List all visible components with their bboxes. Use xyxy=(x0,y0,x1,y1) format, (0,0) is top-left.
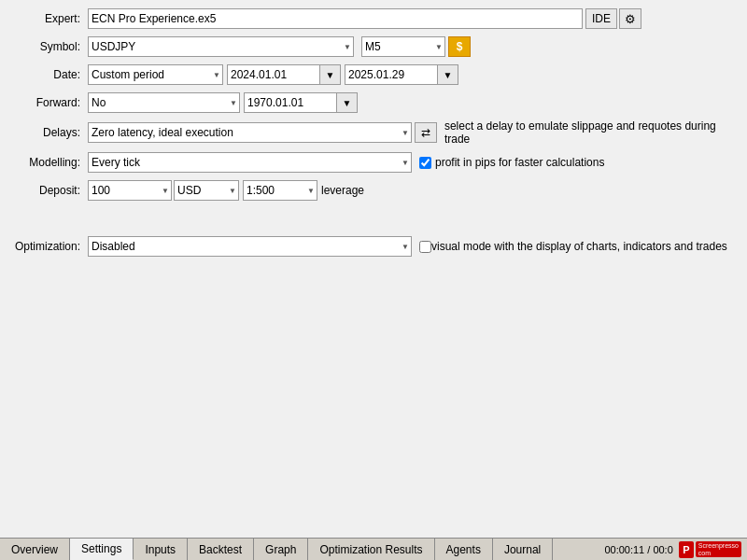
symbol-row: Symbol: USDJPY M5 M1 M15 H1 D1 $ xyxy=(4,35,743,58)
date-row: Date: Custom period All history ▼ ▼ xyxy=(4,63,743,86)
delays-note: select a delay to emulate slippage and r… xyxy=(444,119,743,146)
optimization-select-wrapper: Disabled Slow complete algorithm Fast ge… xyxy=(88,236,412,257)
symbol-select[interactable]: USDJPY xyxy=(88,36,354,57)
forward-select[interactable]: No Yes xyxy=(88,92,240,113)
tab-backtest[interactable]: Backtest xyxy=(188,539,254,560)
tab-journal[interactable]: Journal xyxy=(493,539,553,560)
date-from-wrapper: ▼ xyxy=(227,64,341,85)
date-label: Date: xyxy=(4,68,88,81)
tab-settings-label: Settings xyxy=(81,542,121,555)
deposit-select-wrapper: 100 1000 10000 xyxy=(88,180,172,201)
tab-bar-spacer xyxy=(553,539,599,560)
expert-label: Expert: xyxy=(4,12,88,25)
leverage-label: leverage xyxy=(321,184,364,197)
visual-mode-label: visual mode with the display of charts, … xyxy=(431,240,727,253)
tab-agents-label: Agents xyxy=(446,543,481,556)
currency-select[interactable]: USD EUR GBP xyxy=(174,180,239,201)
visual-mode-checkbox[interactable] xyxy=(419,241,431,253)
tab-bar: Overview Settings Inputs Backtest Graph … xyxy=(0,538,747,560)
gear-icon: ⚙ xyxy=(625,12,636,26)
symbol-label: Symbol: xyxy=(4,40,88,53)
tab-overview-label: Overview xyxy=(11,543,58,556)
forward-date-calendar-button[interactable]: ▼ xyxy=(337,92,358,113)
tab-inputs[interactable]: Inputs xyxy=(134,539,188,560)
symbol-select-wrapper: USDJPY xyxy=(88,36,354,57)
tab-journal-label: Journal xyxy=(504,543,541,556)
tab-overview[interactable]: Overview xyxy=(0,539,70,560)
deposit-label: Deposit: xyxy=(4,184,88,197)
date-to-wrapper: ▼ xyxy=(345,64,458,85)
profit-pips-label: profit in pips for faster calculations xyxy=(435,156,604,169)
timeframe-select-wrapper: M5 M1 M15 H1 D1 xyxy=(358,36,445,57)
logo-com-text: com xyxy=(698,550,739,557)
tab-graph[interactable]: Graph xyxy=(254,539,308,560)
delays-label: Delays: xyxy=(4,126,88,139)
swap-icon: ⇄ xyxy=(421,126,430,139)
expert-row: Expert: IDE ⚙ xyxy=(4,7,743,30)
tab-agents[interactable]: Agents xyxy=(435,539,493,560)
expert-input[interactable] xyxy=(88,8,583,29)
tab-backtest-label: Backtest xyxy=(199,543,242,556)
tab-graph-label: Graph xyxy=(265,543,296,556)
tab-optimization-results-label: Optimization Results xyxy=(319,543,422,556)
deposit-row: Deposit: 100 1000 10000 USD EUR GBP 1:50… xyxy=(4,179,743,202)
deposit-select[interactable]: 100 1000 10000 xyxy=(88,180,172,201)
forward-label: Forward: xyxy=(4,96,88,109)
tab-inputs-label: Inputs xyxy=(145,543,176,556)
tab-optimization-results[interactable]: Optimization Results xyxy=(308,539,434,560)
profit-pips-wrapper: profit in pips for faster calculations xyxy=(419,156,604,169)
optimization-row: Optimization: Disabled Slow complete alg… xyxy=(4,235,743,258)
spacer-row xyxy=(4,207,743,230)
dollar-button[interactable]: $ xyxy=(448,36,471,57)
modelling-label: Modelling: xyxy=(4,156,88,169)
logo-text-area: Screenpresso com xyxy=(696,541,741,557)
date-from-input[interactable] xyxy=(227,64,320,85)
date-period-select[interactable]: Custom period All history xyxy=(88,64,223,85)
modelling-select[interactable]: Every tick Every tick based on real tick… xyxy=(88,152,412,173)
visual-mode-wrapper: visual mode with the display of charts, … xyxy=(419,240,727,253)
delays-row: Delays: Zero latency, ideal execution Ra… xyxy=(4,119,743,146)
main-content: Expert: IDE ⚙ Symbol: USDJPY M5 M1 M15 H… xyxy=(0,0,747,538)
modelling-row: Modelling: Every tick Every tick based o… xyxy=(4,151,743,174)
ide-button[interactable]: IDE xyxy=(585,8,617,29)
forward-date-input[interactable] xyxy=(244,92,337,113)
delays-select[interactable]: Zero latency, ideal execution Random 1-3… xyxy=(88,122,412,143)
date-to-input[interactable] xyxy=(345,64,438,85)
date-from-calendar-button[interactable]: ▼ xyxy=(320,64,341,85)
forward-row: Forward: No Yes ▼ xyxy=(4,91,743,114)
date-period-wrapper: Custom period All history xyxy=(88,64,223,85)
screenpresso-logo: P Screenpresso com xyxy=(679,541,741,558)
optimization-select[interactable]: Disabled Slow complete algorithm Fast ge… xyxy=(88,236,412,257)
gear-button[interactable]: ⚙ xyxy=(619,8,641,29)
leverage-select-wrapper: 1:500 1:100 1:200 1:1000 xyxy=(239,180,317,201)
tab-settings[interactable]: Settings xyxy=(70,539,134,560)
logo-screenpresso-text: Screenpresso xyxy=(698,542,739,550)
date-to-calendar-button[interactable]: ▼ xyxy=(438,64,458,85)
calendar-to-icon: ▼ xyxy=(444,70,453,80)
timeframe-select[interactable]: M5 M1 M15 H1 D1 xyxy=(361,36,445,57)
forward-date-wrapper: ▼ xyxy=(244,92,358,113)
swap-button[interactable]: ⇄ xyxy=(415,122,437,143)
delays-select-wrapper: Zero latency, ideal execution Random 1-3… xyxy=(88,122,412,143)
logo-p-icon: P xyxy=(679,541,694,558)
forward-calendar-icon: ▼ xyxy=(343,98,352,108)
currency-select-wrapper: USD EUR GBP xyxy=(172,180,239,201)
status-area: 00:00:11 / 00:0 P Screenpresso com xyxy=(599,539,747,560)
forward-select-wrapper: No Yes xyxy=(88,92,240,113)
modelling-select-wrapper: Every tick Every tick based on real tick… xyxy=(88,152,412,173)
calendar-from-icon: ▼ xyxy=(326,70,335,80)
leverage-select[interactable]: 1:500 1:100 1:200 1:1000 xyxy=(243,180,317,201)
status-time: 00:00:11 / 00:0 xyxy=(604,544,672,555)
profit-pips-checkbox[interactable] xyxy=(419,157,431,169)
optimization-label: Optimization: xyxy=(4,240,88,253)
